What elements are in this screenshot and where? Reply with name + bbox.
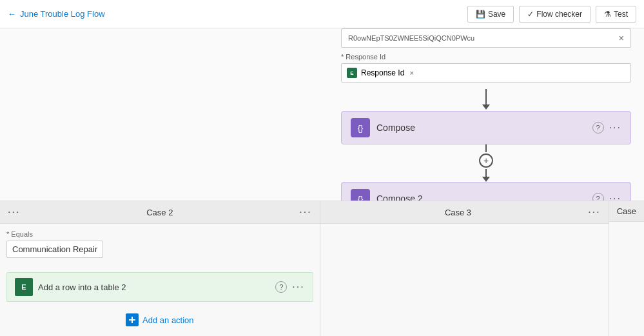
v-line-1 xyxy=(485,89,487,104)
case4-body xyxy=(609,222,644,336)
case4-title: Case xyxy=(617,206,636,216)
compose-left: {} Compose xyxy=(351,118,415,137)
compose-title: Compose xyxy=(376,123,415,133)
response-id-field: * Response Id E Response Id × xyxy=(341,53,631,83)
flow-canvas: R0owNEpTS0ZWNEE5SiQiQCN0PWcu × * Respons… xyxy=(0,28,644,336)
case3-header: Case 3 ··· xyxy=(320,201,609,224)
compose-block: {} Compose ? ··· xyxy=(341,111,631,144)
response-id-tag-field[interactable]: E Response Id × xyxy=(341,63,631,83)
case4-panel: Case xyxy=(609,201,644,336)
v-line-3 xyxy=(485,169,487,177)
add-step-button[interactable]: + xyxy=(479,153,493,168)
add-action-icon xyxy=(126,313,139,326)
case2-equals-value: Communication Repair xyxy=(6,241,103,258)
case2-help-icon[interactable]: ? xyxy=(275,281,287,293)
save-icon: 💾 xyxy=(476,10,485,19)
case2-action-block: E Add a row into a table 2 ? ··· xyxy=(6,272,313,302)
case3-body xyxy=(320,224,609,336)
connector-1 xyxy=(341,89,631,110)
response-tag-excel-icon: E xyxy=(347,68,357,78)
case2-panel: ··· Case 2 ··· * Equals Communication Re… xyxy=(0,201,320,336)
toolbar: ← June Trouble Log Flow 💾 Save ✓ Flow ch… xyxy=(0,0,644,28)
v-line-2 xyxy=(485,144,487,152)
case3-title: Case 3 xyxy=(445,208,471,217)
case2-action-icons: ? ··· xyxy=(275,281,304,293)
case2-left-dots[interactable]: ··· xyxy=(8,206,20,218)
flow-checker-button[interactable]: ✓ Flow checker xyxy=(519,6,590,23)
response-id-tag-close[interactable]: × xyxy=(409,69,413,77)
compose-icon: {} xyxy=(351,118,370,137)
case2-title: Case 2 xyxy=(146,208,173,217)
case3-dots[interactable]: ··· xyxy=(588,206,600,218)
test-button[interactable]: ⚗ Test xyxy=(596,6,636,23)
flow-checker-icon: ✓ xyxy=(527,10,534,19)
response-id-label: * Response Id xyxy=(341,53,631,61)
response-id-container: R0owNEpTS0ZWNEE5SiQiQCN0PWcu × xyxy=(341,28,631,48)
compose-dots-button[interactable]: ··· xyxy=(609,122,621,133)
test-icon: ⚗ xyxy=(604,10,611,19)
case2-action-name: Add a row into a table 2 xyxy=(38,282,126,292)
case2-action-left: E Add a row into a table 2 xyxy=(15,278,126,296)
connector-2: + xyxy=(341,144,631,182)
app-title: June Trouble Log Flow xyxy=(20,9,105,19)
case3-panel: Case 3 ··· xyxy=(320,201,609,336)
response-id-tag-text: Response Id xyxy=(361,68,404,77)
case2-right-dots[interactable]: ··· xyxy=(299,206,311,218)
case2-header: ··· Case 2 ··· xyxy=(0,201,320,224)
back-icon: ← xyxy=(8,9,16,19)
compose-actions: ? ··· xyxy=(592,122,621,133)
case2-excel-icon: E xyxy=(15,278,33,296)
case2-add-action[interactable]: Add an action xyxy=(6,307,313,333)
case2-body: * Equals Communication Repair E Add a ro… xyxy=(0,224,320,336)
close-icon[interactable]: × xyxy=(619,33,624,43)
response-id-value: R0owNEpTS0ZWNEE5SiQiQCN0PWcu xyxy=(348,34,614,42)
add-action-label: Add an action xyxy=(142,315,194,325)
case4-header: Case xyxy=(609,201,644,222)
case2-equals-label: * Equals xyxy=(6,230,313,238)
save-button[interactable]: 💾 Save xyxy=(467,6,514,23)
case2-action-dots[interactable]: ··· xyxy=(292,281,304,293)
v-arrow-1 xyxy=(482,104,490,110)
compose-help-icon[interactable]: ? xyxy=(592,122,604,133)
cases-row: ··· Case 2 ··· * Equals Communication Re… xyxy=(0,201,644,336)
case2-equals-container: * Equals Communication Repair xyxy=(6,230,313,266)
back-button[interactable]: ← June Trouble Log Flow xyxy=(8,9,105,19)
v-arrow-2 xyxy=(482,177,490,182)
